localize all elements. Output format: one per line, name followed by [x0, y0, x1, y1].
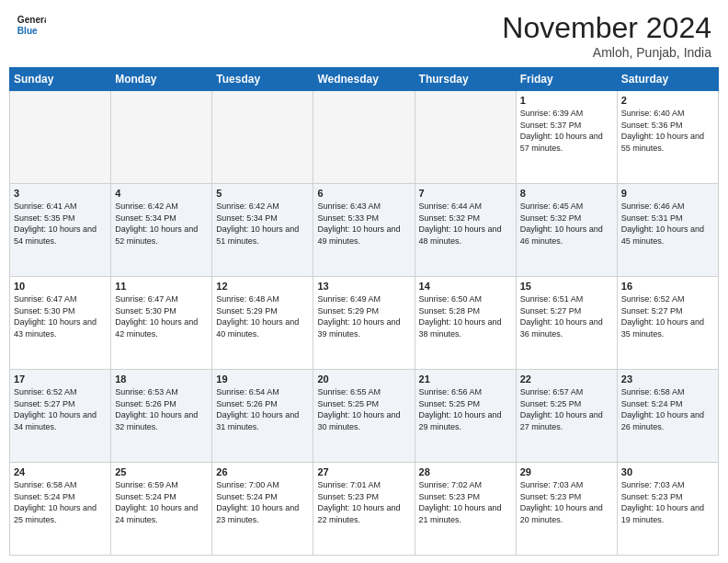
sunrise-label: Sunrise: 6:47 AM	[115, 294, 178, 304]
day-number: 1	[520, 95, 613, 106]
sunrise-label: Sunrise: 7:02 AM	[419, 480, 483, 489]
day-number: 26	[216, 466, 309, 477]
sunrise-label: Sunrise: 6:54 AM	[216, 387, 279, 396]
day-cell: 15 Sunrise: 6:51 AM Sunset: 5:27 PM Dayl…	[516, 277, 617, 370]
sunrise-label: Sunrise: 6:46 AM	[621, 201, 685, 211]
daylight-label: Daylight: 10 hours and 26 minutes.	[621, 410, 704, 431]
sunrise-label: Sunrise: 6:51 AM	[520, 294, 584, 304]
sunrise-label: Sunrise: 6:55 AM	[317, 387, 381, 396]
sunrise-label: Sunrise: 6:48 AM	[216, 294, 279, 304]
day-info: Sunrise: 6:41 AM Sunset: 5:35 PM Dayligh…	[14, 201, 107, 247]
daylight-label: Daylight: 10 hours and 21 minutes.	[419, 503, 502, 524]
day-info: Sunrise: 6:59 AM Sunset: 5:24 PM Dayligh…	[115, 479, 208, 525]
sunset-label: Sunset: 5:25 PM	[520, 399, 582, 408]
day-number: 10	[14, 281, 107, 292]
calendar-body: 1 Sunrise: 6:39 AM Sunset: 5:37 PM Dayli…	[10, 91, 719, 556]
day-info: Sunrise: 6:52 AM Sunset: 5:27 PM Dayligh…	[14, 386, 107, 432]
sunset-label: Sunset: 5:32 PM	[419, 213, 481, 223]
day-cell: 22 Sunrise: 6:57 AM Sunset: 5:25 PM Dayl…	[516, 370, 617, 463]
day-info: Sunrise: 6:58 AM Sunset: 5:24 PM Dayligh…	[621, 386, 714, 432]
day-info: Sunrise: 6:55 AM Sunset: 5:25 PM Dayligh…	[317, 386, 410, 432]
sunset-label: Sunset: 5:35 PM	[14, 213, 75, 223]
week-row-2: 3 Sunrise: 6:41 AM Sunset: 5:35 PM Dayli…	[10, 184, 719, 277]
day-number: 9	[621, 188, 714, 199]
page: General Blue General Blue November 2024 …	[0, 0, 728, 563]
calendar: Sunday Monday Tuesday Wednesday Thursday…	[0, 67, 728, 563]
day-info: Sunrise: 6:49 AM Sunset: 5:29 PM Dayligh…	[317, 293, 410, 339]
week-row-4: 17 Sunrise: 6:52 AM Sunset: 5:27 PM Dayl…	[10, 370, 719, 463]
day-cell: 3 Sunrise: 6:41 AM Sunset: 5:35 PM Dayli…	[10, 184, 111, 277]
col-thursday: Thursday	[415, 68, 516, 91]
week-row-3: 10 Sunrise: 6:47 AM Sunset: 5:30 PM Dayl…	[10, 277, 719, 370]
day-number: 23	[621, 373, 714, 385]
daylight-label: Daylight: 10 hours and 23 minutes.	[216, 503, 299, 524]
col-friday: Friday	[516, 68, 617, 91]
daylight-label: Daylight: 10 hours and 45 minutes.	[621, 224, 704, 246]
sunset-label: Sunset: 5:36 PM	[621, 121, 683, 130]
day-cell	[10, 91, 111, 184]
day-number: 30	[621, 466, 714, 477]
daylight-label: Daylight: 10 hours and 35 minutes.	[621, 317, 704, 339]
sunrise-label: Sunrise: 6:42 AM	[216, 201, 279, 211]
day-number: 4	[115, 188, 208, 199]
day-info: Sunrise: 6:43 AM Sunset: 5:33 PM Dayligh…	[317, 201, 410, 247]
daylight-label: Daylight: 10 hours and 38 minutes.	[419, 317, 502, 339]
sunrise-label: Sunrise: 6:39 AM	[520, 109, 584, 118]
day-info: Sunrise: 7:01 AM Sunset: 5:23 PM Dayligh…	[317, 479, 410, 525]
logo: General Blue General Blue	[17, 11, 46, 40]
daylight-label: Daylight: 10 hours and 20 minutes.	[520, 503, 603, 524]
day-info: Sunrise: 6:44 AM Sunset: 5:32 PM Dayligh…	[419, 201, 512, 247]
sunset-label: Sunset: 5:37 PM	[520, 121, 582, 130]
day-number: 24	[14, 466, 107, 477]
day-number: 20	[317, 373, 410, 385]
day-cell: 18 Sunrise: 6:53 AM Sunset: 5:26 PM Dayl…	[111, 370, 212, 463]
svg-text:Blue: Blue	[17, 26, 38, 36]
day-number: 29	[520, 466, 613, 477]
day-info: Sunrise: 7:03 AM Sunset: 5:23 PM Dayligh…	[621, 479, 714, 525]
sunset-label: Sunset: 5:27 PM	[14, 399, 75, 408]
day-number: 7	[419, 188, 512, 199]
calendar-table: Sunday Monday Tuesday Wednesday Thursday…	[9, 67, 719, 556]
day-number: 28	[419, 466, 512, 477]
day-cell: 30 Sunrise: 7:03 AM Sunset: 5:23 PM Dayl…	[617, 463, 718, 556]
day-number: 19	[216, 373, 309, 385]
sunrise-label: Sunrise: 6:45 AM	[520, 201, 584, 211]
day-cell: 2 Sunrise: 6:40 AM Sunset: 5:36 PM Dayli…	[617, 91, 718, 184]
daylight-label: Daylight: 10 hours and 48 minutes.	[419, 224, 502, 246]
day-number: 11	[115, 281, 208, 292]
sunrise-label: Sunrise: 6:58 AM	[14, 480, 77, 489]
day-info: Sunrise: 6:39 AM Sunset: 5:37 PM Dayligh…	[520, 108, 613, 154]
sunrise-label: Sunrise: 6:43 AM	[317, 201, 381, 211]
day-info: Sunrise: 6:48 AM Sunset: 5:29 PM Dayligh…	[216, 293, 309, 339]
day-cell: 6 Sunrise: 6:43 AM Sunset: 5:33 PM Dayli…	[313, 184, 415, 277]
sunset-label: Sunset: 5:24 PM	[14, 492, 75, 501]
day-cell	[313, 91, 415, 184]
sunset-label: Sunset: 5:25 PM	[317, 399, 379, 408]
daylight-label: Daylight: 10 hours and 32 minutes.	[115, 410, 198, 431]
day-cell: 8 Sunrise: 6:45 AM Sunset: 5:32 PM Dayli…	[516, 184, 617, 277]
day-info: Sunrise: 6:56 AM Sunset: 5:25 PM Dayligh…	[419, 386, 512, 432]
day-info: Sunrise: 6:54 AM Sunset: 5:26 PM Dayligh…	[216, 386, 309, 432]
day-cell: 26 Sunrise: 7:00 AM Sunset: 5:24 PM Dayl…	[212, 463, 313, 556]
sunrise-label: Sunrise: 6:41 AM	[14, 201, 77, 211]
day-cell	[415, 91, 516, 184]
day-info: Sunrise: 6:57 AM Sunset: 5:25 PM Dayligh…	[520, 386, 613, 432]
daylight-label: Daylight: 10 hours and 29 minutes.	[419, 410, 502, 431]
day-cell: 21 Sunrise: 6:56 AM Sunset: 5:25 PM Dayl…	[415, 370, 516, 463]
sunset-label: Sunset: 5:26 PM	[115, 399, 176, 408]
day-number: 3	[14, 188, 107, 199]
day-cell: 27 Sunrise: 7:01 AM Sunset: 5:23 PM Dayl…	[313, 463, 415, 556]
day-number: 21	[419, 373, 512, 385]
sunset-label: Sunset: 5:23 PM	[419, 492, 481, 501]
calendar-header: Sunday Monday Tuesday Wednesday Thursday…	[10, 68, 719, 91]
sunset-label: Sunset: 5:24 PM	[115, 492, 176, 501]
daylight-label: Daylight: 10 hours and 52 minutes.	[115, 224, 198, 246]
sunset-label: Sunset: 5:34 PM	[216, 213, 278, 223]
day-number: 5	[216, 188, 309, 199]
day-cell: 9 Sunrise: 6:46 AM Sunset: 5:31 PM Dayli…	[617, 184, 718, 277]
sunrise-label: Sunrise: 7:03 AM	[520, 480, 584, 489]
col-saturday: Saturday	[617, 68, 718, 91]
sunset-label: Sunset: 5:29 PM	[317, 306, 379, 316]
daylight-label: Daylight: 10 hours and 49 minutes.	[317, 224, 400, 246]
day-number: 6	[317, 188, 410, 199]
